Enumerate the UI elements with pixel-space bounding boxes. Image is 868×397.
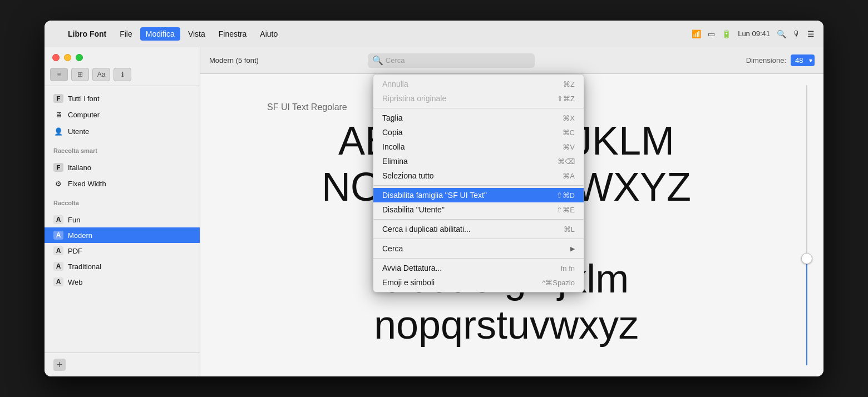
sidebar-item-utente[interactable]: 👤 Utente	[45, 123, 200, 140]
size-slider[interactable]	[801, 85, 812, 365]
emoji-shortcut: ^⌘Spazio	[542, 279, 575, 287]
menu-bar-right: 📶 ▭ 🔋 Lun 09:41 🔍 🎙 ☰	[692, 29, 815, 38]
menu-incolla[interactable]: Incolla ⌘V	[373, 140, 584, 154]
separator-5	[373, 258, 584, 259]
sidebar-item-italiano[interactable]: F Italiano	[45, 160, 200, 175]
separator-4	[373, 239, 584, 239]
sidebar-bottom: +	[45, 353, 200, 376]
menu-items: Libro Font File Modifica Vista Finestra …	[62, 27, 692, 41]
menu-cerca-duplicati[interactable]: Cerca i duplicati abilitati... ⌘L	[373, 222, 584, 236]
computer-icon: 🖥	[53, 110, 63, 120]
elimina-shortcut: ⌘⌫	[558, 157, 575, 166]
close-button[interactable]	[52, 54, 60, 61]
raccolta-collections: A Fun A Modern A PDF A Traditional A W	[45, 207, 200, 294]
main-content: Modern (5 font) 🔍 Cerca Dimensione: 48 2…	[200, 47, 823, 376]
menu-avvia-dettatura[interactable]: Avvia Dettatura... fn fn	[373, 261, 584, 275]
size-select-wrapper: 48 24 36 72 ▾	[791, 54, 815, 66]
sidebar-item-computer[interactable]: 🖥 Computer	[45, 106, 200, 123]
dettatura-shortcut: fn fn	[561, 264, 575, 272]
menu-copia[interactable]: Copia ⌘C	[373, 125, 584, 140]
menu-seleziona-tutto[interactable]: Seleziona tutto ⌘A	[373, 168, 584, 183]
disabilita-utente-shortcut: ⇧⌘E	[556, 206, 575, 214]
menu-annulla[interactable]: Annulla ⌘Z	[373, 77, 584, 91]
italiano-icon: F	[53, 163, 63, 172]
menu-aiuto[interactable]: Aiuto	[254, 27, 283, 41]
sidebar-item-modern[interactable]: A Modern	[45, 227, 200, 243]
raccolta-label: Raccolta	[45, 196, 200, 207]
main-collections: F Tutti i font 🖥 Computer 👤 Utente	[45, 86, 200, 144]
sidebar-item-web[interactable]: A Web	[45, 274, 200, 290]
slider-thumb[interactable]	[801, 253, 812, 264]
wifi-icon: 📶	[692, 29, 701, 38]
menu-bar: Libro Font File Modifica Vista Finestra …	[45, 21, 823, 47]
disabilita-famiglia-shortcut: ⇧⌘D	[556, 191, 575, 200]
size-select[interactable]: 48 24 36 72	[791, 54, 815, 66]
taglia-shortcut: ⌘X	[563, 114, 575, 122]
cerca-arrow-icon: ▶	[570, 245, 575, 252]
info-btn[interactable]: ℹ	[114, 68, 131, 81]
sidebar-item-tutti[interactable]: F Tutti i font	[45, 91, 200, 106]
menu-modifica[interactable]: Modifica	[140, 27, 180, 41]
sidebar-item-traditional[interactable]: A Traditional	[45, 259, 200, 274]
menu-taglia[interactable]: Taglia ⌘X	[373, 111, 584, 125]
font-preview-btn[interactable]: Aa	[92, 68, 110, 81]
ripristina-shortcut: ⇧⌘Z	[557, 95, 575, 103]
add-collection-button[interactable]: +	[53, 359, 66, 371]
fun-icon: A	[53, 215, 63, 224]
font-name-label: SF UI Text Regolare	[267, 102, 347, 112]
search-icon: 🔍	[372, 55, 383, 66]
maximize-button[interactable]	[76, 54, 83, 61]
battery-icon: 🔋	[722, 29, 731, 38]
preview-line-5: nopqrstuvwxyz	[322, 302, 691, 348]
minimize-button[interactable]	[64, 54, 71, 61]
size-control: Dimensione: 48 24 36 72 ▾	[746, 54, 815, 66]
menu-file[interactable]: File	[114, 27, 138, 41]
separator-1	[373, 108, 584, 108]
menu-vista[interactable]: Vista	[183, 27, 211, 41]
separator-2	[373, 185, 584, 186]
menu-disabilita-utente[interactable]: Disabilita "Utente" ⇧⌘E	[373, 202, 584, 217]
seleziona-shortcut: ⌘A	[563, 172, 575, 180]
app-name[interactable]: Libro Font	[62, 27, 112, 41]
sidebar-item-pdf[interactable]: A PDF	[45, 243, 200, 259]
cerca-duplicati-shortcut: ⌘L	[564, 225, 575, 234]
menu-emoji-simboli[interactable]: Emoji e simboli ^⌘Spazio	[373, 275, 584, 290]
copia-shortcut: ⌘C	[563, 128, 575, 137]
modern-icon: A	[53, 231, 63, 240]
raccolta-smart-label: Raccolta smart	[45, 144, 200, 155]
menu-finestra[interactable]: Finestra	[213, 27, 253, 41]
menu-ripristina[interactable]: Ripristina originale ⇧⌘Z	[373, 91, 584, 106]
web-icon: A	[53, 277, 63, 286]
window-title: Modern (5 font)	[209, 56, 259, 64]
modifica-dropdown: Annulla ⌘Z Ripristina originale ⇧⌘Z Tagl…	[373, 74, 584, 292]
content-toolbar: Modern (5 font) 🔍 Cerca Dimensione: 48 2…	[200, 47, 823, 74]
time-display: Lun 09:41	[738, 29, 770, 38]
smart-collections: F Italiano ⚙ Fixed Width	[45, 155, 200, 196]
utente-icon: 👤	[53, 126, 63, 136]
size-label: Dimensione:	[746, 56, 786, 64]
separator-3	[373, 219, 584, 220]
slider-line	[806, 85, 807, 365]
traditional-icon: A	[53, 262, 63, 271]
menu-cerca[interactable]: Cerca ▶	[373, 241, 584, 256]
sidebar-item-fixed-width[interactable]: ⚙ Fixed Width	[45, 175, 200, 192]
menu-elimina[interactable]: Elimina ⌘⌫	[373, 154, 584, 168]
tutti-icon: F	[53, 94, 63, 103]
fixed-width-icon: ⚙	[53, 178, 63, 188]
annulla-shortcut: ⌘Z	[563, 80, 575, 88]
incolla-shortcut: ⌘V	[563, 143, 575, 151]
toolbar-icons: ≡ ⊞ Aa ℹ	[45, 66, 200, 86]
search-box[interactable]: 🔍 Cerca	[368, 53, 535, 68]
pdf-icon: A	[53, 246, 63, 255]
window-controls	[45, 47, 200, 66]
search-menubar-icon[interactable]: 🔍	[777, 29, 786, 38]
list-icon[interactable]: ☰	[807, 29, 815, 38]
menu-disabilita-famiglia[interactable]: Disabilita famiglia "SF UI Text" ⇧⌘D	[373, 188, 584, 202]
airplay-icon: ▭	[708, 29, 715, 38]
siri-icon[interactable]: 🎙	[793, 29, 801, 38]
slider-fill	[806, 259, 807, 365]
grid-view-btn[interactable]: ⊞	[71, 68, 89, 81]
search-placeholder: Cerca	[386, 56, 405, 64]
sidebar-item-fun[interactable]: A Fun	[45, 212, 200, 227]
list-view-btn[interactable]: ≡	[50, 68, 68, 81]
